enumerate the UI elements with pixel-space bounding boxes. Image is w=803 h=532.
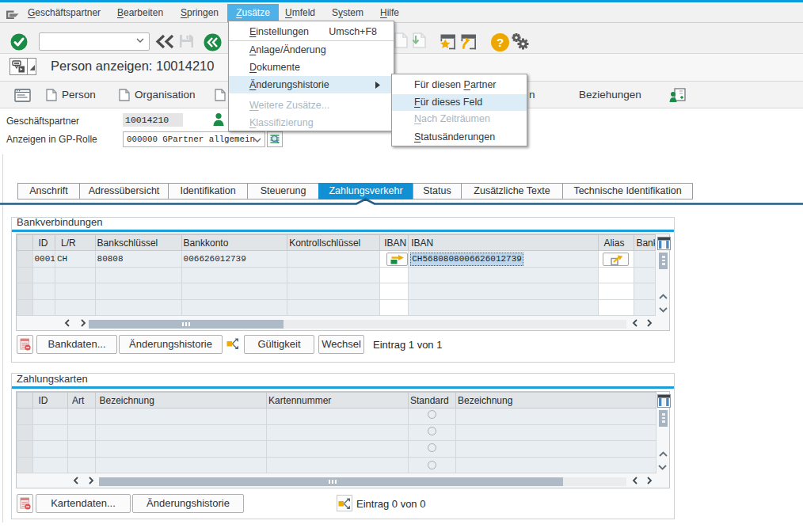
svg-text:?: ? [497,36,504,49]
